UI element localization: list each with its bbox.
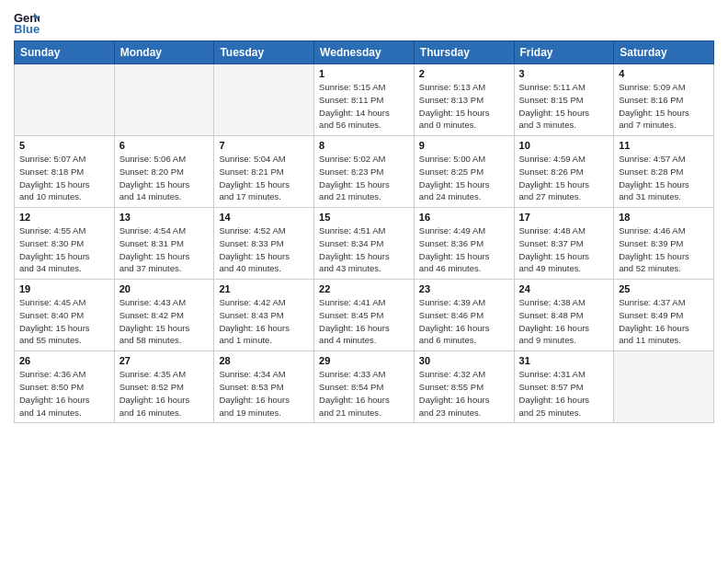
col-header-thursday: Thursday — [414, 41, 514, 64]
day-cell: 19Sunrise: 4:45 AM Sunset: 8:40 PM Dayli… — [15, 280, 115, 351]
page: General Blue SundayMondayTuesdayWednesda… — [0, 0, 728, 432]
day-info: Sunrise: 4:31 AM Sunset: 8:57 PM Dayligh… — [519, 368, 609, 419]
week-row-3: 12Sunrise: 4:55 AM Sunset: 8:30 PM Dayli… — [15, 208, 714, 280]
day-info: Sunrise: 4:48 AM Sunset: 8:37 PM Dayligh… — [519, 224, 609, 275]
day-cell: 13Sunrise: 4:54 AM Sunset: 8:31 PM Dayli… — [114, 208, 214, 280]
col-header-sunday: Sunday — [15, 41, 115, 64]
day-cell: 22Sunrise: 4:41 AM Sunset: 8:45 PM Dayli… — [314, 280, 415, 351]
day-number: 13 — [119, 212, 210, 223]
col-header-wednesday: Wednesday — [314, 41, 415, 64]
col-header-tuesday: Tuesday — [214, 41, 314, 64]
day-cell: 25Sunrise: 4:37 AM Sunset: 8:49 PM Dayli… — [614, 280, 714, 351]
day-number: 31 — [519, 355, 609, 366]
day-cell: 17Sunrise: 4:48 AM Sunset: 8:37 PM Dayli… — [514, 208, 614, 280]
day-cell: 29Sunrise: 4:33 AM Sunset: 8:54 PM Dayli… — [314, 351, 415, 423]
day-cell: 8Sunrise: 5:02 AM Sunset: 8:23 PM Daylig… — [314, 136, 415, 208]
day-cell: 24Sunrise: 4:38 AM Sunset: 8:48 PM Dayli… — [514, 280, 614, 351]
day-number: 12 — [19, 212, 109, 223]
day-cell: 5Sunrise: 5:07 AM Sunset: 8:18 PM Daylig… — [15, 136, 115, 208]
day-info: Sunrise: 4:57 AM Sunset: 8:28 PM Dayligh… — [619, 153, 709, 203]
day-cell: 16Sunrise: 4:49 AM Sunset: 8:36 PM Dayli… — [414, 208, 514, 280]
day-cell: 21Sunrise: 4:42 AM Sunset: 8:43 PM Dayli… — [214, 280, 314, 351]
day-number: 22 — [319, 283, 409, 294]
day-cell: 18Sunrise: 4:46 AM Sunset: 8:39 PM Dayli… — [614, 208, 714, 280]
day-cell: 7Sunrise: 5:04 AM Sunset: 8:21 PM Daylig… — [214, 136, 314, 208]
day-cell: 15Sunrise: 4:51 AM Sunset: 8:34 PM Dayli… — [314, 208, 415, 280]
day-cell — [114, 64, 214, 136]
day-cell: 11Sunrise: 4:57 AM Sunset: 8:28 PM Dayli… — [614, 136, 714, 208]
day-number: 17 — [519, 212, 609, 223]
day-info: Sunrise: 4:41 AM Sunset: 8:45 PM Dayligh… — [319, 296, 409, 347]
day-number: 11 — [619, 140, 709, 151]
col-header-saturday: Saturday — [614, 41, 714, 64]
day-number: 6 — [119, 140, 210, 151]
day-info: Sunrise: 5:11 AM Sunset: 8:15 PM Dayligh… — [519, 81, 609, 132]
day-cell: 28Sunrise: 4:34 AM Sunset: 8:53 PM Dayli… — [214, 351, 314, 423]
day-cell — [614, 351, 714, 423]
day-info: Sunrise: 4:51 AM Sunset: 8:34 PM Dayligh… — [319, 224, 409, 275]
day-cell — [15, 64, 115, 136]
week-row-1: 1Sunrise: 5:15 AM Sunset: 8:11 PM Daylig… — [15, 64, 714, 136]
day-info: Sunrise: 4:54 AM Sunset: 8:31 PM Dayligh… — [119, 224, 210, 275]
day-number: 23 — [419, 283, 509, 294]
header-row: SundayMondayTuesdayWednesdayThursdayFrid… — [15, 41, 714, 64]
day-info: Sunrise: 4:42 AM Sunset: 8:43 PM Dayligh… — [219, 296, 309, 347]
day-info: Sunrise: 5:07 AM Sunset: 8:18 PM Dayligh… — [19, 153, 109, 203]
day-info: Sunrise: 4:52 AM Sunset: 8:33 PM Dayligh… — [219, 224, 309, 275]
day-info: Sunrise: 5:00 AM Sunset: 8:25 PM Dayligh… — [419, 153, 509, 203]
week-row-5: 26Sunrise: 4:36 AM Sunset: 8:50 PM Dayli… — [15, 351, 714, 423]
day-cell: 10Sunrise: 4:59 AM Sunset: 8:26 PM Dayli… — [514, 136, 614, 208]
day-number: 30 — [419, 355, 509, 366]
day-number: 29 — [319, 355, 409, 366]
day-number: 2 — [419, 68, 509, 79]
day-number: 15 — [319, 212, 409, 223]
day-cell: 30Sunrise: 4:32 AM Sunset: 8:55 PM Dayli… — [414, 351, 514, 423]
day-cell — [214, 64, 314, 136]
day-cell: 1Sunrise: 5:15 AM Sunset: 8:11 PM Daylig… — [314, 64, 415, 136]
day-info: Sunrise: 5:13 AM Sunset: 8:13 PM Dayligh… — [419, 81, 509, 132]
day-number: 21 — [219, 283, 309, 294]
day-cell: 2Sunrise: 5:13 AM Sunset: 8:13 PM Daylig… — [414, 64, 514, 136]
svg-text:Blue: Blue — [14, 22, 40, 35]
day-cell: 12Sunrise: 4:55 AM Sunset: 8:30 PM Dayli… — [15, 208, 115, 280]
day-info: Sunrise: 5:04 AM Sunset: 8:21 PM Dayligh… — [219, 153, 309, 203]
day-number: 28 — [219, 355, 309, 366]
day-info: Sunrise: 4:46 AM Sunset: 8:39 PM Dayligh… — [619, 224, 709, 275]
day-info: Sunrise: 5:06 AM Sunset: 8:20 PM Dayligh… — [119, 153, 210, 203]
day-info: Sunrise: 4:37 AM Sunset: 8:49 PM Dayligh… — [619, 296, 709, 347]
day-cell: 3Sunrise: 5:11 AM Sunset: 8:15 PM Daylig… — [514, 64, 614, 136]
day-number: 3 — [519, 68, 609, 79]
day-info: Sunrise: 4:39 AM Sunset: 8:46 PM Dayligh… — [419, 296, 509, 347]
logo: General Blue — [14, 9, 43, 35]
day-info: Sunrise: 4:33 AM Sunset: 8:54 PM Dayligh… — [319, 368, 409, 419]
day-cell: 4Sunrise: 5:09 AM Sunset: 8:16 PM Daylig… — [614, 64, 714, 136]
day-cell: 6Sunrise: 5:06 AM Sunset: 8:20 PM Daylig… — [114, 136, 214, 208]
day-info: Sunrise: 4:49 AM Sunset: 8:36 PM Dayligh… — [419, 224, 509, 275]
day-info: Sunrise: 4:34 AM Sunset: 8:53 PM Dayligh… — [219, 368, 309, 419]
day-info: Sunrise: 4:55 AM Sunset: 8:30 PM Dayligh… — [19, 224, 109, 275]
day-cell: 23Sunrise: 4:39 AM Sunset: 8:46 PM Dayli… — [414, 280, 514, 351]
day-cell: 9Sunrise: 5:00 AM Sunset: 8:25 PM Daylig… — [414, 136, 514, 208]
day-number: 1 — [319, 68, 409, 79]
logo-icon: General Blue — [14, 9, 40, 35]
day-number: 5 — [19, 140, 109, 151]
day-number: 14 — [219, 212, 309, 223]
day-number: 4 — [619, 68, 709, 79]
day-number: 26 — [19, 355, 109, 366]
day-info: Sunrise: 4:45 AM Sunset: 8:40 PM Dayligh… — [19, 296, 109, 347]
day-number: 9 — [419, 140, 509, 151]
day-number: 8 — [319, 140, 409, 151]
day-info: Sunrise: 5:09 AM Sunset: 8:16 PM Dayligh… — [619, 81, 709, 132]
day-info: Sunrise: 4:32 AM Sunset: 8:55 PM Dayligh… — [419, 368, 509, 419]
day-cell: 27Sunrise: 4:35 AM Sunset: 8:52 PM Dayli… — [114, 351, 214, 423]
day-info: Sunrise: 4:35 AM Sunset: 8:52 PM Dayligh… — [119, 368, 210, 419]
week-row-2: 5Sunrise: 5:07 AM Sunset: 8:18 PM Daylig… — [15, 136, 714, 208]
day-cell: 14Sunrise: 4:52 AM Sunset: 8:33 PM Dayli… — [214, 208, 314, 280]
day-number: 7 — [219, 140, 309, 151]
day-info: Sunrise: 5:15 AM Sunset: 8:11 PM Dayligh… — [319, 81, 409, 132]
header: General Blue — [14, 9, 714, 35]
col-header-monday: Monday — [114, 41, 214, 64]
day-number: 20 — [119, 283, 210, 294]
day-cell: 31Sunrise: 4:31 AM Sunset: 8:57 PM Dayli… — [514, 351, 614, 423]
day-info: Sunrise: 4:43 AM Sunset: 8:42 PM Dayligh… — [119, 296, 210, 347]
